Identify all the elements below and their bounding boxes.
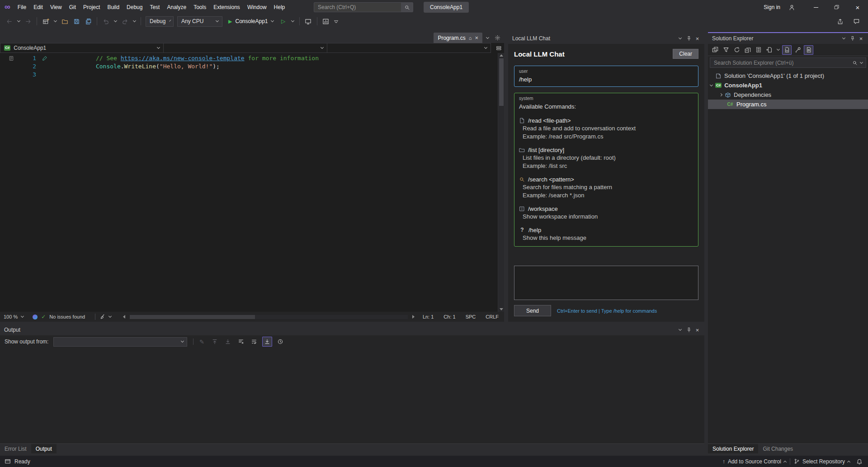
solution-explorer-title-bar[interactable]: Solution Explorer ×: [708, 33, 868, 44]
chat-title-bar[interactable]: Local LLM Chat ×: [508, 33, 704, 44]
editor-horizontal-scrollbar[interactable]: [130, 315, 408, 319]
output-content[interactable]: [0, 348, 704, 443]
chat-input[interactable]: [514, 266, 698, 300]
pin-icon[interactable]: [848, 34, 857, 43]
background-tasks-icon[interactable]: [5, 458, 11, 465]
collapse-all-icon[interactable]: [743, 45, 752, 55]
tab-error-list[interactable]: Error List: [0, 444, 31, 453]
minimize-button[interactable]: [806, 0, 826, 14]
expanded-chevron-icon[interactable]: [710, 83, 713, 86]
health-indicator-label[interactable]: No issues found: [49, 314, 85, 319]
search-icon[interactable]: [401, 3, 413, 12]
tab-close-icon[interactable]: ×: [475, 35, 478, 41]
menu-build[interactable]: Build: [104, 0, 123, 14]
output-source-dropdown[interactable]: [53, 337, 187, 347]
tab-solution-explorer[interactable]: Solution Explorer: [708, 444, 758, 453]
restore-button[interactable]: [826, 0, 847, 14]
menu-help[interactable]: Help: [270, 0, 289, 14]
tree-item-project[interactable]: C# ConsoleApp1: [708, 81, 868, 90]
start-without-debugging-icon[interactable]: ▷: [278, 16, 289, 27]
redo-icon[interactable]: [119, 16, 130, 27]
filter-icon[interactable]: [721, 45, 731, 55]
show-all-files-icon[interactable]: [754, 45, 763, 55]
scroll-up-icon[interactable]: [500, 54, 503, 57]
save-all-icon[interactable]: [83, 16, 94, 27]
menu-edit[interactable]: Edit: [30, 0, 47, 14]
share-icon[interactable]: [835, 16, 845, 27]
zoom-level-dropdown[interactable]: 100 %: [4, 314, 18, 319]
navigate-forward-icon[interactable]: [23, 16, 33, 27]
timestamp-icon[interactable]: [275, 337, 285, 347]
toolbar-options-icon[interactable]: [334, 20, 338, 23]
solution-explorer-search-input[interactable]: [710, 58, 852, 67]
collapsed-chevron-icon[interactable]: [719, 93, 722, 96]
chat-input-box[interactable]: [514, 266, 698, 300]
find-message-icon[interactable]: ✎: [197, 337, 207, 347]
line-indicator[interactable]: Ln: 1: [423, 314, 434, 319]
solution-explorer-search-box[interactable]: [710, 57, 866, 68]
sign-in-button[interactable]: Sign in: [764, 4, 780, 10]
go-to-previous-message-icon[interactable]: [210, 337, 220, 347]
scrollbar-thumb[interactable]: [130, 315, 255, 319]
refresh-icon[interactable]: [732, 45, 741, 55]
intellicode-badge-icon[interactable]: [33, 315, 38, 319]
menu-extensions[interactable]: Extensions: [210, 0, 244, 14]
zoom-chevron-icon[interactable]: [21, 315, 24, 318]
switch-views-icon[interactable]: [710, 45, 720, 55]
solution-name-badge[interactable]: ConsoleApp1: [424, 2, 469, 13]
send-feedback-icon[interactable]: [851, 16, 862, 27]
menu-git[interactable]: Git: [66, 0, 80, 14]
clear-button[interactable]: Clear: [673, 49, 698, 59]
preview-selected-items-icon[interactable]: [804, 45, 813, 55]
tree-item-solution[interactable]: Solution 'ConsoleApp1' (1 of 1 project): [708, 71, 868, 81]
close-button[interactable]: ×: [847, 0, 868, 14]
go-to-next-message-icon[interactable]: [223, 337, 233, 347]
notifications-bell-icon[interactable]: [856, 458, 863, 465]
send-button[interactable]: Send: [514, 305, 551, 316]
start-without-debugging-chevron-icon[interactable]: [290, 16, 296, 27]
output-close-icon[interactable]: ×: [693, 326, 702, 334]
inheritance-margin-icon[interactable]: [0, 56, 15, 61]
nest-files-chevron-icon[interactable]: [775, 45, 781, 55]
redo-chevron-icon[interactable]: [131, 16, 137, 27]
tree-item-dependencies[interactable]: Dependencies: [708, 90, 868, 100]
tab-program-cs[interactable]: Program.cs ⌂ ×: [434, 33, 482, 43]
editor-options-gear-icon[interactable]: [492, 33, 502, 43]
clear-all-icon[interactable]: [236, 337, 246, 347]
start-debugging-button[interactable]: ▶ ConsoleApp1: [225, 16, 277, 27]
menu-debug[interactable]: Debug: [123, 0, 146, 14]
column-indicator[interactable]: Ch: 1: [443, 314, 455, 319]
add-to-source-control-button[interactable]: ↑ Add to Source Control: [722, 458, 786, 465]
menu-analyze[interactable]: Analyze: [163, 0, 190, 14]
tab-git-changes[interactable]: Git Changes: [758, 444, 797, 453]
new-project-icon[interactable]: [40, 16, 51, 27]
code-cleanup-chevron-icon[interactable]: [108, 315, 112, 318]
save-icon[interactable]: [71, 16, 82, 27]
quick-search-box[interactable]: [314, 2, 413, 12]
new-project-chevron-icon[interactable]: [52, 16, 58, 27]
indent-indicator[interactable]: SPC: [466, 314, 476, 319]
sync-with-active-document-icon[interactable]: [782, 45, 792, 55]
member-dropdown[interactable]: [327, 43, 491, 53]
undo-chevron-icon[interactable]: [112, 16, 118, 27]
select-repository-button[interactable]: Select Repository: [794, 458, 850, 465]
toggle-word-wrap-icon[interactable]: [249, 337, 259, 347]
undo-icon[interactable]: [100, 16, 111, 27]
hscroll-right-icon[interactable]: [412, 315, 415, 319]
menu-tools[interactable]: Tools: [190, 0, 210, 14]
menu-window[interactable]: Window: [244, 0, 270, 14]
autoscroll-icon[interactable]: [262, 337, 272, 347]
properties-icon[interactable]: [793, 45, 802, 55]
performance-profiler-icon[interactable]: [321, 16, 331, 27]
solution-configuration-dropdown[interactable]: Debug: [146, 16, 174, 27]
edit-suggestion-icon[interactable]: [36, 56, 53, 61]
solution-explorer-close-icon[interactable]: ×: [857, 34, 865, 43]
code-cleanup-broom-icon[interactable]: [99, 314, 105, 320]
scroll-down-icon[interactable]: [500, 308, 503, 310]
window-position-chevron-icon[interactable]: [676, 326, 684, 334]
navigate-backward-chevron-icon[interactable]: [15, 16, 22, 27]
pin-icon[interactable]: [684, 326, 693, 334]
chat-close-icon[interactable]: ×: [693, 34, 702, 43]
tab-output[interactable]: Output: [31, 444, 57, 453]
menu-project[interactable]: Project: [80, 0, 104, 14]
